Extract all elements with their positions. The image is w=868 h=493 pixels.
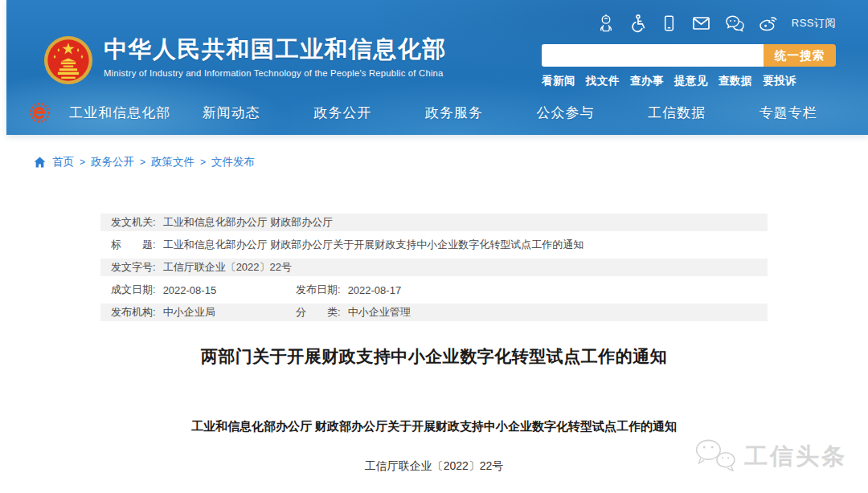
breadcrumb-gov-disclosure[interactable]: 政务公开 [91,155,134,169]
site-brand: 中华人民共和国工业和信息化部 Ministry of Industry and … [43,35,447,88]
page: RSS订阅 [0,0,868,493]
mobile-icon[interactable] [661,14,678,33]
meta-row-doc-number: 发文字号: 工信厅联企业〔2022〕22号 [100,259,768,276]
breadcrumb-separator: > [140,157,145,168]
meta-label: 发文机关: [111,215,156,230]
mail-icon[interactable] [691,14,711,33]
watermark: 工信头条 [693,438,847,475]
nav-item-special-columns[interactable]: 专题专栏 [732,104,844,122]
site-title: 中华人民共和国工业和信息化部 [104,35,447,63]
quick-link-complaints[interactable]: 要投诉 [763,74,796,88]
article: 两部门关于开展财政支持中小企业数字化转型试点工作的通知 工业和信息化部办公厅 财… [100,344,768,474]
breadcrumb-separator: > [200,157,206,168]
topbar: RSS订阅 [597,11,836,35]
meta-value: 中小企业管理 [348,305,411,320]
meta-label: 发布机构: [111,305,156,320]
rss-subscribe-link[interactable]: RSS订阅 [792,16,836,31]
article-subtitle: 工业和信息化部办公厅 财政部办公厅关于开展财政支持中小企业数字化转型试点工作的通… [100,418,768,434]
breadcrumb-separator: > [80,157,85,168]
breadcrumb-file-release[interactable]: 文件发布 [211,155,255,169]
nav-item-miit[interactable]: 工业和信息化部 [64,104,176,122]
meta-value: 中小企业局 [163,305,215,320]
quick-link-data[interactable]: 查数据 [719,74,752,88]
search-area: 统一搜索 看新闻 找文件 查办事 提意见 查数据 要投诉 [542,44,836,88]
unified-search-button[interactable]: 统一搜索 [764,44,836,67]
document-meta-table: 发文机关: 工业和信息化部办公厅 财政部办公厅 标 题: 工业和信息化部办公厅 … [100,214,768,326]
meta-row-publisher-category: 发布机构: 中小企业局 分 类: 中小企业管理 [100,304,768,321]
search-input[interactable] [542,44,764,67]
meta-value: 工业和信息化部办公厅 财政部办公厅关于开展财政支持中小企业数字化转型试点工作的通… [163,238,584,252]
breadcrumb-policy-files[interactable]: 政策文件 [151,155,194,169]
nav-item-news[interactable]: 新闻动态 [176,104,288,122]
meta-label: 标 题: [111,238,156,252]
meta-label: 发文字号: [111,260,156,275]
quick-link-files[interactable]: 找文件 [586,74,620,88]
breadcrumb-home[interactable]: 首页 [52,155,74,169]
nav-item-industry-data[interactable]: 工信数据 [621,104,733,122]
article-doc-number: 工信厅联企业〔2022〕22号 [100,458,768,474]
watermark-label: 工信头条 [744,441,847,473]
meta-label: 成文日期: [111,283,156,297]
nav-item-public-participation[interactable]: 公众参与 [510,104,621,122]
brand-text: 中华人民共和国工业和信息化部 Ministry of Industry and … [104,35,447,78]
weibo-icon[interactable] [759,14,778,33]
wechat-icon[interactable] [725,14,745,33]
wechat-bubbles-icon [693,438,738,475]
accessibility-icon[interactable] [628,14,647,33]
meta-value: 工信厅联企业〔2022〕22号 [163,260,292,275]
nav-item-gov-services[interactable]: 政务服务 [399,104,510,122]
national-emblem-icon [43,35,93,88]
meta-row-dates: 成文日期: 2022-08-15 发布日期: 2022-08-17 [100,281,768,299]
site-banner: RSS订阅 [6,0,868,135]
quick-link-news[interactable]: 看新闻 [542,74,575,88]
home-icon[interactable] [34,157,46,168]
meta-value: 工业和信息化部办公厅 财政部办公厅 [163,215,334,230]
meta-label: 分 类: [296,305,341,320]
article-title: 两部门关于开展财政支持中小企业数字化转型试点工作的通知 [100,344,768,369]
meta-row-title: 标 题: 工业和信息化部办公厅 财政部办公厅关于开展财政支持中小企业数字化转型试… [100,236,768,254]
meta-label: 发布日期: [296,283,341,297]
mascot-robot-icon[interactable] [597,14,615,33]
site-subtitle: Ministry of Industry and Information Tec… [104,68,447,78]
meta-value: 2022-08-17 [348,284,402,296]
miit-swirl-logo-icon [29,102,64,124]
main-nav: 工业和信息化部 新闻动态 政务公开 政务服务 公众参与 工信数据 专题专栏 [6,93,868,132]
breadcrumb: 首页 > 政务公开 > 政策文件 > 文件发布 [34,155,255,169]
nav-item-gov-disclosure[interactable]: 政务公开 [287,104,399,122]
quick-link-services[interactable]: 查办事 [630,74,664,88]
meta-value: 2022-08-15 [163,284,217,296]
meta-row-issuing-agency: 发文机关: 工业和信息化部办公厅 财政部办公厅 [100,214,768,231]
quick-links: 看新闻 找文件 查办事 提意见 查数据 要投诉 [542,74,836,88]
quick-link-suggestions[interactable]: 提意见 [674,74,708,88]
